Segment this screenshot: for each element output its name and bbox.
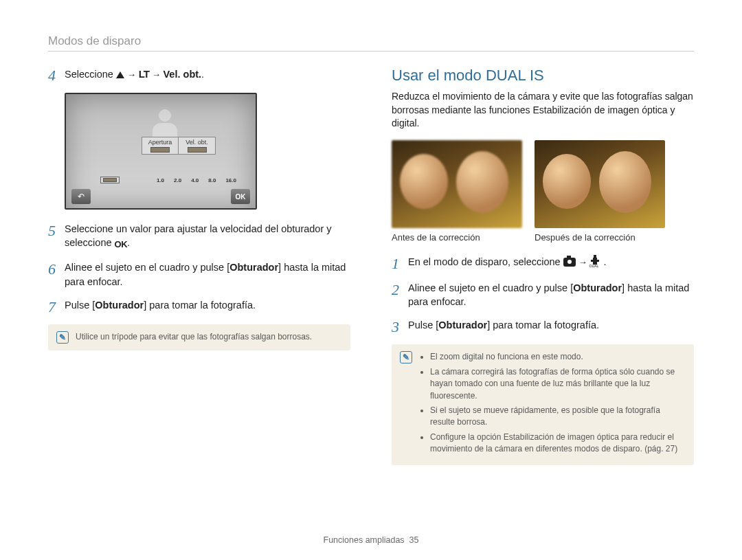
step-text: Seleccione → LT → Vel. obt.. <box>65 67 350 81</box>
section-subtitle: Usar el modo DUAL IS <box>392 67 694 85</box>
tick: 4.0 <box>191 177 199 183</box>
photo-row <box>392 140 694 228</box>
tip-item: Configure la opción Estabilización de im… <box>430 432 686 456</box>
step-2: 2 Alinee el sujeto en el cuadro y pulse … <box>392 281 694 309</box>
t: Seleccione <box>65 69 116 80</box>
tab-box: Apertura Vel. obt. <box>142 137 216 155</box>
step-text: Alinee el sujeto en el cuadro y pulse [O… <box>408 281 694 309</box>
t: Seleccione un valor para ajustar la velo… <box>65 223 332 248</box>
note-icon: ✎ <box>56 331 69 344</box>
step-number: 4 <box>48 67 65 83</box>
svg-text:DUAL: DUAL <box>589 264 599 267</box>
tick: 16.0 <box>225 177 236 183</box>
photo-before <box>392 140 522 228</box>
arrow-icon: → <box>152 69 164 80</box>
note-icon: ✎ <box>400 351 412 363</box>
t: ] para tomar la fotografía. <box>144 300 256 311</box>
t: Alinee el sujeto en el cuadro y pulse [ <box>408 282 573 293</box>
t: Obturador <box>95 300 144 311</box>
back-button-icon: ↶ <box>71 189 91 204</box>
section-header: Modos de disparo <box>48 34 694 52</box>
t: En el modo de disparo, seleccione <box>408 256 563 267</box>
t: Pulse [ <box>408 320 438 331</box>
tab-label: Vel. obt. <box>186 139 208 146</box>
step-3: 3 Pulse [Obturador] para tomar la fotogr… <box>392 318 694 335</box>
tab-shutter: Vel. obt. <box>179 137 216 155</box>
t: Obturador <box>573 282 622 293</box>
auto-badge-icon <box>188 147 207 153</box>
t: Obturador <box>438 320 487 331</box>
t: Obturador <box>229 262 278 273</box>
slider-ticks: 1.0 2.0 4.0 8.0 16.0 <box>157 177 236 183</box>
tip-item: Si el sujeto se mueve rápidamente, es po… <box>430 405 686 429</box>
tick: 8.0 <box>208 177 216 183</box>
caption-row: Antes de la corrección Después de la cor… <box>392 232 694 243</box>
caption-after: Después de la corrección <box>535 232 665 243</box>
tip-box: ✎ El zoom digital no funciona en este mo… <box>392 344 694 464</box>
auto-chip <box>100 177 120 183</box>
svg-rect-0 <box>594 255 596 258</box>
step-text: En el modo de disparo, seleccione → DUAL… <box>408 255 694 269</box>
svg-rect-3 <box>597 260 599 262</box>
page-number: 35 <box>409 535 419 545</box>
step-7: 7 Pulse [Obturador] para tomar la fotogr… <box>48 298 350 315</box>
slider-row: 1.0 2.0 4.0 8.0 16.0 <box>100 177 236 183</box>
content-columns: 4 Seleccione → LT → Vel. obt.. Apertura <box>48 67 694 465</box>
t: ] para tomar la fotografía. <box>487 320 599 331</box>
lt-icon: LT <box>139 68 149 80</box>
right-column: Usar el modo DUAL IS Reduzca el movimien… <box>392 67 694 465</box>
step-number: 2 <box>392 281 408 298</box>
step-text: Seleccione un valor para ajustar la velo… <box>65 222 350 251</box>
tab-label: Apertura <box>148 139 172 146</box>
t: . <box>603 256 606 267</box>
ok-icon: OK <box>115 238 128 251</box>
vel-obt-label: Vel. obt. <box>164 69 202 80</box>
t: Alinee el sujeto en el cuadro y pulse [ <box>65 262 229 273</box>
tick: 1.0 <box>157 177 164 183</box>
footer-label: Funciones ampliadas <box>324 535 405 545</box>
tip-item: La cámara corregirá las fotografías de f… <box>430 366 686 402</box>
step-number: 3 <box>392 318 408 335</box>
arrow-icon: → <box>578 257 590 267</box>
auto-badge-icon <box>150 147 170 153</box>
left-column: 4 Seleccione → LT → Vel. obt.. Apertura <box>48 67 350 465</box>
step-number: 7 <box>48 298 65 315</box>
dual-is-icon: DUAL <box>589 255 600 267</box>
camera-icon <box>563 258 576 267</box>
up-triangle-icon <box>116 71 124 78</box>
t: . <box>127 237 130 248</box>
tip-box: ✎ Utilice un trípode para evitar que las… <box>48 324 350 350</box>
tab-aperture: Apertura <box>142 137 179 155</box>
step-6: 6 Alinee el sujeto en el cuadro y pulse … <box>48 260 350 289</box>
t: Pulse [ <box>65 300 95 311</box>
step-number: 1 <box>392 255 408 271</box>
step-text: Alinee el sujeto en el cuadro y pulse [O… <box>65 260 350 289</box>
step-number: 6 <box>48 260 65 277</box>
lcd-preview: Apertura Vel. obt. 1.0 2.0 4.0 8.0 <box>65 93 350 210</box>
step-text: Pulse [Obturador] para tomar la fotograf… <box>408 318 694 332</box>
svg-rect-2 <box>591 260 593 262</box>
tip-text: Utilice un trípode para evitar que las f… <box>76 331 312 344</box>
photo-after <box>535 140 665 228</box>
arrow-icon: → <box>127 69 139 80</box>
tip-item: El zoom digital no funciona en este modo… <box>430 351 686 363</box>
tip-list: El zoom digital no funciona en este modo… <box>419 351 686 458</box>
step-5: 5 Seleccione un valor para ajustar la ve… <box>48 222 350 251</box>
intro-text: Reduzca el movimiento de la cámara y evi… <box>392 90 694 131</box>
step-text: Pulse [Obturador] para tomar la fotograf… <box>65 298 350 312</box>
step-4: 4 Seleccione → LT → Vel. obt.. <box>48 67 350 83</box>
step-number: 5 <box>48 222 65 238</box>
step-1: 1 En el modo de disparo, seleccione → DU… <box>392 255 694 271</box>
ok-button-icon: OK <box>231 189 250 204</box>
lcd-screen: Apertura Vel. obt. 1.0 2.0 4.0 8.0 <box>65 93 257 210</box>
page-footer: Funciones ampliadas 35 <box>0 535 742 545</box>
caption-before: Antes de la corrección <box>392 232 522 243</box>
tick: 2.0 <box>174 177 181 183</box>
